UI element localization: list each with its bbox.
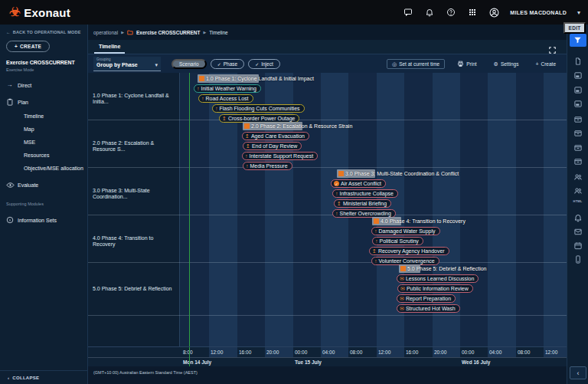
avatar-icon[interactable] <box>488 7 499 18</box>
sidebar-item-evaluate[interactable]: Evaluate <box>6 181 87 189</box>
inject-arrow-icon: ↑ <box>246 163 249 169</box>
file-icon[interactable] <box>574 57 582 65</box>
inject-pill[interactable]: ↑Initial Weather Warning <box>194 84 261 93</box>
inject-pill[interactable]: ✉Lessons Learned Discussion <box>397 274 479 283</box>
phase-bar[interactable]: 4.0 Phase 4: Transition to Recovery <box>372 217 401 225</box>
sidebar-subitem-mse[interactable]: MSE <box>24 139 87 145</box>
help-icon[interactable] <box>446 7 456 18</box>
inject-label: Volunteer Convergence <box>379 258 435 264</box>
axis-tick-label: 08:00 <box>518 347 530 357</box>
archive-icon[interactable] <box>573 115 582 123</box>
inject-label: Road Access Lost <box>206 96 249 101</box>
inject-pill[interactable]: ✉Report Preparation <box>397 294 456 303</box>
create-button[interactable]: + CREATE <box>6 41 50 52</box>
archive-icon[interactable] <box>573 129 582 137</box>
breadcrumb-item-exercise[interactable]: Exercise CROSSCURRENT <box>136 30 200 35</box>
create-button[interactable]: +Create <box>531 61 560 67</box>
inject-pill[interactable]: ↥Recovery Agency Handover <box>369 247 449 255</box>
filter-icon[interactable] <box>570 34 586 47</box>
sidebar-item-information-sets[interactable]: Information Sets <box>6 216 87 224</box>
inject-label: Ministerial Briefing <box>343 201 387 206</box>
printer-icon <box>457 61 464 67</box>
archive-icon[interactable] <box>573 143 582 152</box>
exercise-folder-icon <box>127 30 133 35</box>
phone-icon[interactable] <box>573 255 582 264</box>
chip-scenario[interactable]: Scenario <box>172 59 207 69</box>
set-at-current-time-button[interactable]: ◎Set at current time <box>387 59 445 69</box>
phase-bar[interactable]: 5.0 Phase 5: Debrief & Reflection <box>399 264 420 273</box>
inject-label: Infrastructure Collapse <box>340 191 394 196</box>
chip-inject[interactable]: ✓Inject <box>248 59 280 69</box>
left-sidebar: ← BACK TO OPERATIONAL MODE + CREATE Exer… <box>0 25 88 384</box>
sidebar-collapse-button[interactable]: ‹ COLLAPSE <box>0 370 87 384</box>
sidebar-subitem-objective-mse-allocation[interactable]: Objective/MSE allocation <box>24 166 87 171</box>
inject-pill[interactable]: ↑Flash Flooding Cuts Communities <box>212 104 305 113</box>
axis-tick-label: 04:00 <box>489 347 501 357</box>
check-icon: ✓ <box>255 61 259 67</box>
chip-phase[interactable]: ✓Phase <box>211 59 244 69</box>
user-name[interactable]: MILES MACDONALD <box>510 10 567 15</box>
inject-pill[interactable]: ↑Damaged Water Supply <box>371 227 440 235</box>
mail-icon: ✉ <box>400 306 404 311</box>
people-icon[interactable] <box>573 172 583 182</box>
print-button[interactable]: Print <box>452 60 481 68</box>
inject-pill[interactable]: ↑Infrastructure Collapse <box>332 189 398 198</box>
apps-grid-icon[interactable] <box>467 7 478 18</box>
chat-icon[interactable] <box>403 7 413 18</box>
inject-arrow-icon: ↑ <box>374 258 377 264</box>
eye-icon <box>6 181 13 189</box>
mail-icon[interactable] <box>573 228 582 236</box>
chevron-left-icon: ‹ <box>577 369 580 377</box>
phase-row-label: 2.0 Phase 2: Escalation & Resource S... <box>93 140 177 153</box>
user-menu-caret-icon[interactable]: ▾ <box>577 9 580 16</box>
sidebar-subitem-resources[interactable]: Resources <box>24 153 87 158</box>
phase-bar[interactable]: 3.0 Phase 3: Multi-State Coordination & … <box>337 169 375 178</box>
sidebar-subitem-map[interactable]: Map <box>24 126 87 132</box>
sidebar-item-direct[interactable]: →Direct <box>6 82 87 88</box>
time-axis: 8:0012:0016:0020:0000:0004:0008:0012:001… <box>88 346 567 366</box>
inject-pill[interactable]: ↥End of Day Review <box>243 142 302 150</box>
phase-bar[interactable]: 2.0 Phase 2: Escalation & Resource Strai… <box>243 122 302 130</box>
inject-pill[interactable]: ✉Public Information Review <box>397 284 473 293</box>
sidebar-nav: →DirectPlanTimelineMapMSEResourcesObject… <box>0 82 87 189</box>
edit-button[interactable]: EDIT <box>564 22 586 34</box>
inject-pill[interactable]: ↑Interstate Support Request <box>242 152 318 160</box>
inject-pill[interactable]: ↥Ministerial Briefing <box>334 199 391 208</box>
html-icon[interactable]: HTML <box>573 199 583 203</box>
inject-pill[interactable]: ↑Road Access Lost <box>198 94 253 103</box>
phase-label-column: 1.0 Phase 1: Cyclone Landfall & Initia..… <box>88 73 180 346</box>
card-image-icon[interactable] <box>573 86 582 94</box>
phase-bar[interactable]: 1.0 Phase 1: Cyclone Landfall & Initial … <box>198 74 259 83</box>
toolbar-actions: ◎Set at current timePrint⚙Settings+Creat… <box>387 59 560 69</box>
inject-pill[interactable]: ↑Political Scrutiny <box>372 237 423 245</box>
calendar-icon[interactable] <box>573 241 582 250</box>
info-icon <box>6 216 13 224</box>
tab-timeline[interactable]: Timeline <box>94 40 125 54</box>
inject-pill[interactable]: ↥Aged Care Evacuation <box>242 132 309 140</box>
topbar-right-icons: MILES MACDONALD ▾ <box>403 7 580 18</box>
inject-label: Damaged Water Supply <box>379 228 436 234</box>
sidebar-item-plan[interactable]: Plan <box>6 98 87 106</box>
inject-pill[interactable]: ↑Media Pressure <box>243 162 292 170</box>
mail-icon: ✉ <box>400 296 404 301</box>
plus-icon: + <box>15 44 18 49</box>
chevron-down-icon: ▾ <box>155 62 158 68</box>
people-icon[interactable] <box>573 186 583 195</box>
grouping-dropdown[interactable]: Grouping Group by Phase ▾ <box>93 57 161 71</box>
phase-marker-icon <box>244 123 250 129</box>
settings-button[interactable]: ⚙Settings <box>489 61 524 67</box>
inject-arrow-icon: ↑ <box>335 191 338 196</box>
bell-icon[interactable] <box>573 213 583 222</box>
bell-icon[interactable] <box>424 7 435 18</box>
card-image-icon[interactable] <box>573 100 582 108</box>
phase-row-label: 5.0 Phase 5: Debrief & Reflection <box>93 286 177 292</box>
card-image-icon[interactable] <box>573 71 582 80</box>
phase-bar-label: 2.0 Phase 2: Escalation & Resource Strai… <box>251 122 352 130</box>
panel-collapse-button[interactable]: ‹ <box>570 366 586 379</box>
inject-pill[interactable]: ✉Structured Hot Wash <box>397 304 460 313</box>
inject-pill[interactable]: ✓Air Asset Conflict <box>331 179 386 188</box>
sidebar-subitem-timeline[interactable]: Timeline <box>24 113 87 119</box>
archive-icon[interactable] <box>573 157 582 166</box>
breadcrumb-item-operational[interactable]: operational <box>93 30 118 35</box>
action-label: Settings <box>501 61 519 67</box>
